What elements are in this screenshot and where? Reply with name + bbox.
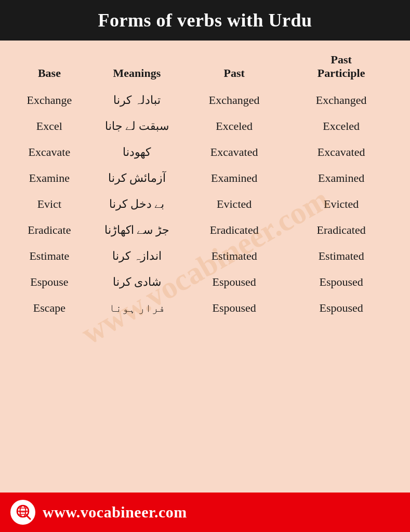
page-header: Forms of verbs with Urdu (0, 0, 410, 41)
cell-participle: Estimated (283, 243, 400, 269)
cell-participle: Espoused (283, 295, 400, 321)
cell-base: Exchange (10, 87, 88, 113)
cell-past: Exchanged (186, 87, 283, 113)
table-row: Espouseشادی کرناEspousedEspoused (10, 269, 400, 295)
cell-participle: Eradicated (283, 217, 400, 243)
cell-participle: Excavated (283, 139, 400, 165)
table-row: Evictبے دخل کرناEvictedEvicted (10, 191, 400, 217)
cell-base: Eradicate (10, 217, 88, 243)
cell-participle: Evicted (283, 191, 400, 217)
table-row: Escapeفرار ہوناEspousedEspoused (10, 295, 400, 321)
table-row: Eradicateجڑ سے اکھاڑناEradicatedEradicat… (10, 217, 400, 243)
cell-meanings: تبادلہ کرنا (88, 87, 186, 113)
col-header-participle: PastParticiple (283, 46, 400, 87)
cell-meanings: شادی کرنا (88, 269, 186, 295)
cell-past: Estimated (186, 243, 283, 269)
table-row: Estimateاندازہ کرناEstimatedEstimated (10, 243, 400, 269)
cell-past: Examined (186, 165, 283, 191)
cell-base: Espouse (10, 269, 88, 295)
svg-text:www: www (19, 510, 27, 513)
col-header-base: Base (10, 46, 88, 87)
col-header-meanings: Meanings (88, 46, 186, 87)
table-row: ExcavateکھودناExcavatedExcavated (10, 139, 400, 165)
cell-base: Examine (10, 165, 88, 191)
cell-base: Escape (10, 295, 88, 321)
table-row: Examineآزمائش کرناExaminedExamined (10, 165, 400, 191)
cell-meanings: جڑ سے اکھاڑنا (88, 217, 186, 243)
cell-base: Evict (10, 191, 88, 217)
cell-base: Excavate (10, 139, 88, 165)
footer-icon-circle: www (10, 500, 35, 525)
cell-past: Excavated (186, 139, 283, 165)
cell-meanings: سبقت لے جانا (88, 113, 186, 139)
svg-line-6 (27, 516, 30, 519)
cell-participle: Espoused (283, 269, 400, 295)
www-icon: www (15, 504, 31, 521)
table-row: Exchangeتبادلہ کرناExchangedExchanged (10, 87, 400, 113)
page-title: Forms of verbs with Urdu (10, 9, 400, 31)
cell-past: Espoused (186, 269, 283, 295)
cell-base: Estimate (10, 243, 88, 269)
cell-participle: Exchanged (283, 87, 400, 113)
col-header-past: Past (186, 46, 283, 87)
footer-url: www.vocabineer.com (43, 503, 187, 521)
cell-meanings: بے دخل کرنا (88, 191, 186, 217)
cell-past: Exceled (186, 113, 283, 139)
table-row: Excelسبقت لے جاناExceledExceled (10, 113, 400, 139)
cell-meanings: آزمائش کرنا (88, 165, 186, 191)
verb-table: Base Meanings Past PastParticiple Exchan… (10, 46, 400, 321)
cell-participle: Examined (283, 165, 400, 191)
cell-past: Evicted (186, 191, 283, 217)
table-container: www.vocabineer.com Base Meanings Past Pa… (0, 41, 410, 493)
cell-past: Espoused (186, 295, 283, 321)
cell-meanings: اندازہ کرنا (88, 243, 186, 269)
cell-participle: Exceled (283, 113, 400, 139)
table-header-row: Base Meanings Past PastParticiple (10, 46, 400, 87)
cell-base: Excel (10, 113, 88, 139)
cell-meanings: فرار ہونا (88, 295, 186, 321)
cell-past: Eradicated (186, 217, 283, 243)
cell-meanings: کھودنا (88, 139, 186, 165)
footer: www www.vocabineer.com (0, 493, 410, 532)
